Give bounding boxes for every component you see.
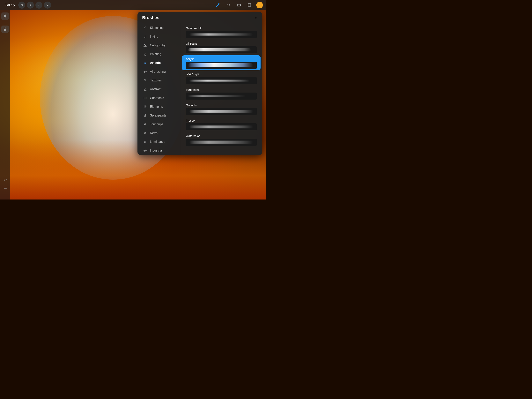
svg-point-14	[144, 37, 146, 38]
undo-redo-group: ↩ ↪	[1, 176, 9, 192]
header-right	[214, 1, 263, 9]
category-item-calligraphy[interactable]: Calligraphy	[139, 41, 178, 50]
svg-marker-30	[144, 88, 146, 90]
move-tool-button[interactable]: ➤	[44, 1, 51, 9]
category-label-calligraphy: Calligraphy	[150, 44, 165, 47]
category-item-luminance[interactable]: Luminance	[139, 138, 178, 146]
brush-stroke-fresco	[186, 123, 257, 130]
brush-item-fresco[interactable]: Fresco	[182, 117, 260, 132]
category-item-charcoals[interactable]: Charcoals	[139, 94, 178, 102]
gallery-button[interactable]: Gallery	[3, 2, 17, 8]
brush-name-oil: Oil Paint	[186, 42, 257, 45]
artistic-icon	[143, 61, 147, 65]
calligraphy-icon	[143, 43, 147, 48]
header-bar: Gallery ⚙ ✦ S ➤	[0, 0, 266, 10]
undo-button[interactable]: ↩	[1, 176, 9, 183]
category-item-inking[interactable]: Inking	[139, 32, 178, 41]
luminance-icon	[143, 140, 147, 144]
brush-stroke-acrylic	[186, 62, 257, 69]
svg-line-17	[144, 44, 146, 46]
industrial-icon	[143, 148, 147, 153]
category-item-industrial[interactable]: Industrial	[139, 146, 178, 155]
brush-item-oil-paint[interactable]: Oil Paint	[182, 40, 260, 55]
brush-item-turpentine[interactable]: Turpentine	[182, 86, 260, 101]
undo-icon: ↩	[4, 177, 7, 182]
brushes-panel: Brushes + Sketching Inking	[138, 12, 262, 155]
header-left: Gallery ⚙ ✦ S ➤	[3, 1, 51, 9]
textures-icon	[143, 78, 147, 83]
sidebar-divider-1	[2, 23, 8, 23]
add-brush-button[interactable]: +	[254, 15, 257, 20]
spraypaints-icon	[143, 113, 147, 118]
pen-icon	[215, 3, 221, 8]
category-label-textures: Textures	[150, 79, 162, 82]
smudge-tool-button[interactable]: ✦	[27, 1, 34, 9]
eraser-button[interactable]	[235, 1, 243, 9]
category-label-inking: Inking	[150, 35, 158, 38]
cursor-icon: ✦	[29, 3, 32, 7]
smudge-icon	[226, 3, 231, 8]
category-label-artistic: Artistic	[150, 61, 161, 65]
category-label-airbrushing: Airbrushing	[150, 70, 166, 73]
category-item-artistic[interactable]: Artistic	[139, 59, 178, 67]
brush-item-gouache[interactable]: Gouache	[182, 102, 260, 116]
charcoals-icon	[143, 96, 147, 100]
svg-marker-37	[144, 141, 146, 143]
brush-item-wet-acrylic[interactable]: Wet Acrylic	[182, 71, 260, 86]
svg-rect-11	[4, 15, 6, 17]
layers-button[interactable]	[246, 1, 253, 9]
brush-name-gesinski: Gesinski Ink	[186, 26, 257, 30]
sketching-icon	[143, 26, 147, 30]
category-label-sketching: Sketching	[150, 26, 164, 30]
brush-opacity-slider[interactable]	[1, 26, 9, 33]
category-item-sketching[interactable]: Sketching	[139, 24, 178, 32]
category-item-airbrushing[interactable]: Airbrushing	[139, 67, 178, 76]
svg-line-3	[216, 6, 216, 7]
category-label-elements: Elements	[150, 105, 163, 109]
category-item-retro[interactable]: Retro	[139, 129, 178, 137]
svg-rect-13	[4, 29, 6, 31]
brush-name-watercolor: Watercolor	[186, 134, 257, 138]
category-label-spraypaints: Spraypaints	[150, 114, 166, 117]
category-item-abstract[interactable]: Abstract	[139, 85, 178, 94]
category-item-painting[interactable]: Painting	[139, 50, 178, 58]
brush-list: Gesinski Ink Oil Paint Acrylic Wet Acryl…	[180, 23, 262, 155]
user-avatar[interactable]	[256, 2, 263, 8]
selection-icon: S	[37, 3, 41, 7]
category-item-textures[interactable]: Textures	[139, 76, 178, 85]
brush-name-turpentine: Turpentine	[186, 88, 257, 91]
brush-item-acrylic[interactable]: Acrylic	[182, 55, 260, 70]
brush-name-wet-acrylic: Wet Acrylic	[186, 73, 257, 76]
touchups-icon	[143, 122, 147, 126]
svg-marker-20	[144, 62, 146, 64]
pen-tool-button[interactable]	[214, 1, 222, 9]
category-label-painting: Painting	[150, 52, 161, 56]
svg-rect-21	[144, 71, 145, 72]
brush-item-gesinski-ink[interactable]: Gesinski Ink	[182, 25, 260, 39]
smudge-right-button[interactable]	[225, 1, 232, 9]
category-list: Sketching Inking Calligraphy	[138, 23, 180, 155]
layers-icon	[247, 3, 252, 8]
brush-name-acrylic: Acrylic	[186, 57, 257, 61]
modify-tool-button[interactable]: ⚙	[18, 1, 25, 9]
category-label-luminance: Luminance	[150, 140, 165, 144]
svg-line-1	[216, 4, 219, 6]
brush-name-fresco: Fresco	[186, 119, 257, 122]
retro-icon	[143, 131, 147, 135]
category-item-spraypaints[interactable]: Spraypaints	[139, 111, 178, 120]
svg-point-23	[146, 71, 146, 72]
category-label-charcoals: Charcoals	[150, 96, 164, 100]
category-label-abstract: Abstract	[150, 87, 161, 91]
selection-tool-button[interactable]: S	[35, 1, 43, 9]
redo-button[interactable]: ↪	[1, 185, 9, 192]
category-item-elements[interactable]: Elements	[139, 103, 178, 111]
category-item-touchups[interactable]: Touchups	[139, 120, 178, 129]
panel-header: Brushes +	[138, 12, 262, 23]
brush-size-slider[interactable]	[1, 13, 9, 20]
category-label-touchups: Touchups	[150, 122, 163, 126]
svg-point-18	[144, 54, 146, 56]
redo-icon: ↪	[4, 186, 7, 191]
left-sidebar: ↩ ↪	[0, 10, 10, 200]
brush-item-watercolor[interactable]: Watercolor	[182, 132, 260, 147]
brush-stroke-wet-acrylic	[186, 77, 257, 84]
